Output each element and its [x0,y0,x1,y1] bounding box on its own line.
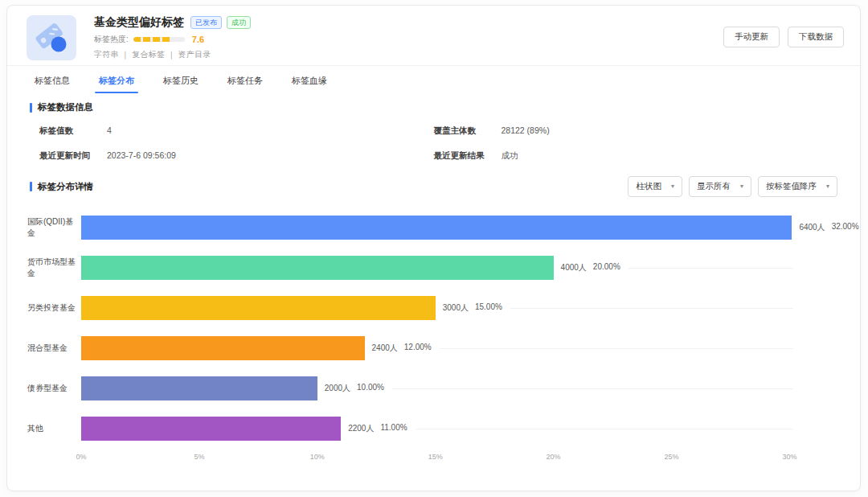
info-covered-subjects: 覆盖主体数28122 (89%) [434,125,829,137]
distribution-section: 标签分布详情 柱状图▾显示所有▾按标签值降序▾ [7,176,860,197]
value-label: 2200人11.00% [348,423,407,434]
value-label: 6400人32.00% [799,222,858,233]
section-marker [30,103,32,113]
value-label: 2000人10.00% [325,383,384,394]
category-label: 其他 [27,423,81,434]
badge-group: 已发布成功 [190,16,251,30]
heat-progress-fill [133,37,173,42]
category-label: 货币市场型基金 [27,257,81,279]
info-covered-subjects-value: 28122 (89%) [502,125,550,135]
value-people: 2400人 [372,343,398,354]
bar-6[interactable] [81,417,341,441]
sort-order-select-value: 按标签值降序 [766,181,817,192]
section-marker [30,182,32,191]
value-percent: 11.00% [380,423,407,434]
tag-detail-card: 基金类型偏好标签 已发布成功 标签热度: 7.6 字符串 ｜ 复合标签 ｜ 资产… [6,5,861,491]
header-info: 基金类型偏好标签 已发布成功 标签热度: 7.6 字符串 ｜ 复合标签 ｜ 资产… [94,15,723,60]
bar-2[interactable] [81,256,554,280]
leader-line [628,268,794,269]
download-data-button[interactable]: 下载数据 [788,27,844,47]
tab-tag-distribution[interactable]: 标签分布 [97,66,136,93]
value-label: 3000人15.00% [443,302,502,314]
bar-5[interactable] [81,376,317,400]
bar-track: 2200人11.00% [81,417,847,441]
chart-row: 国际(QDII)基金6400人32.00% [27,207,847,248]
tag-data-info-section: 标签数据信息 标签值数4覆盖主体数28122 (89%)最近更新时间2023-7… [7,101,860,166]
leader-line [440,348,794,349]
value-people: 2200人 [348,423,374,434]
x-tick: 30% [782,453,796,461]
value-people: 4000人 [561,262,587,273]
header: 基金类型偏好标签 已发布成功 标签热度: 7.6 字符串 ｜ 复合标签 ｜ 资产… [7,6,860,60]
x-tick: 20% [547,453,561,461]
value-percent: 10.00% [357,383,384,394]
manual-update-button[interactable]: 手动更新 [723,27,780,47]
tab-tag-history[interactable]: 标签历史 [162,66,200,93]
heat-value: 7.6 [192,35,204,44]
value-percent: 15.00% [475,302,502,314]
status-badge-success: 成功 [227,16,251,30]
heat-progress-bar [133,37,185,42]
x-tick: 15% [428,453,443,461]
chart-row: 货币市场型基金4000人20.00% [27,248,847,288]
info-tag-value-count: 标签值数4 [39,125,434,137]
heat-label: 标签热度: [94,34,129,45]
value-label: 2400人12.00% [372,343,432,354]
chart-type-select-value: 柱状图 [636,181,661,192]
category-label: 债券型基金 [27,383,81,394]
info-tag-value-count-value: 4 [107,125,112,135]
tab-tag-lineage[interactable]: 标签血缘 [290,66,329,93]
value-label: 4000人20.00% [561,262,620,273]
chart-row: 另类投资基金3000人15.00% [27,288,847,328]
tab-tag-info[interactable]: 标签信息 [33,66,72,93]
bar-3[interactable] [81,296,436,320]
sort-order-select[interactable]: 按标签值降序▾ [758,176,837,197]
info-tag-value-count-label: 标签值数 [39,125,107,137]
tabs: 标签信息标签分布标签历史标签任务标签血缘 [7,66,860,93]
info-last-update-time-value: 2023-7-6 09:56:09 [107,150,176,160]
chevron-down-icon: ▾ [671,183,674,190]
bar-track: 2400人12.00% [81,336,847,360]
page-title: 基金类型偏好标签 [94,15,184,30]
value-percent: 20.00% [593,262,620,273]
header-actions: 手动更新下载数据 [723,27,844,60]
x-tick: 10% [310,453,325,461]
bar-track: 4000人20.00% [81,256,847,280]
x-tick: 5% [194,453,204,461]
bar-chart: 国际(QDII)基金6400人32.00%货币市场型基金4000人20.00%另… [27,207,847,463]
info-last-update-time-label: 最近更新时间 [39,150,107,162]
tag-meta: 字符串 ｜ 复合标签 ｜ 资产目录 [94,49,723,60]
info-last-update-result-value: 成功 [502,150,518,162]
tag-data-info-title: 标签数据信息 [38,101,93,113]
bar-4[interactable] [81,336,365,360]
bar-1[interactable] [81,216,792,240]
info-covered-subjects-label: 覆盖主体数 [434,125,502,137]
bar-track: 3000人15.00% [81,296,847,320]
category-label: 混合型基金 [27,343,81,354]
bar-track: 2000人10.00% [81,376,847,400]
chart-row: 混合型基金2400人12.00% [27,328,847,368]
info-grid: 标签值数4覆盖主体数28122 (89%)最近更新时间2023-7-6 09:5… [30,113,837,166]
display-filter-select[interactable]: 显示所有▾ [689,176,751,197]
chevron-down-icon: ▾ [826,183,829,190]
value-percent: 12.00% [404,343,432,354]
tag-icon [27,15,76,60]
chart-row: 其他2200人11.00% [27,409,847,449]
info-last-update-time: 最近更新时间2023-7-6 09:56:09 [39,150,434,162]
leader-line [416,429,794,429]
leader-line [510,308,793,309]
info-last-update-result-label: 最近更新结果 [434,150,502,162]
value-people: 6400人 [799,222,825,233]
value-people: 2000人 [325,383,350,394]
leader-line [392,388,793,389]
value-percent: 32.00% [832,222,859,233]
chart-type-select[interactable]: 柱状图▾ [628,176,682,197]
status-badge-published: 已发布 [190,16,222,30]
tab-tag-tasks[interactable]: 标签任务 [226,66,264,93]
chevron-down-icon: ▾ [740,183,743,190]
category-label: 另类投资基金 [27,302,81,314]
info-last-update-result: 最近更新结果成功 [434,150,829,162]
x-tick: 25% [665,453,679,461]
display-filter-select-value: 显示所有 [697,181,731,192]
bar-track: 6400人32.00% [81,216,847,240]
